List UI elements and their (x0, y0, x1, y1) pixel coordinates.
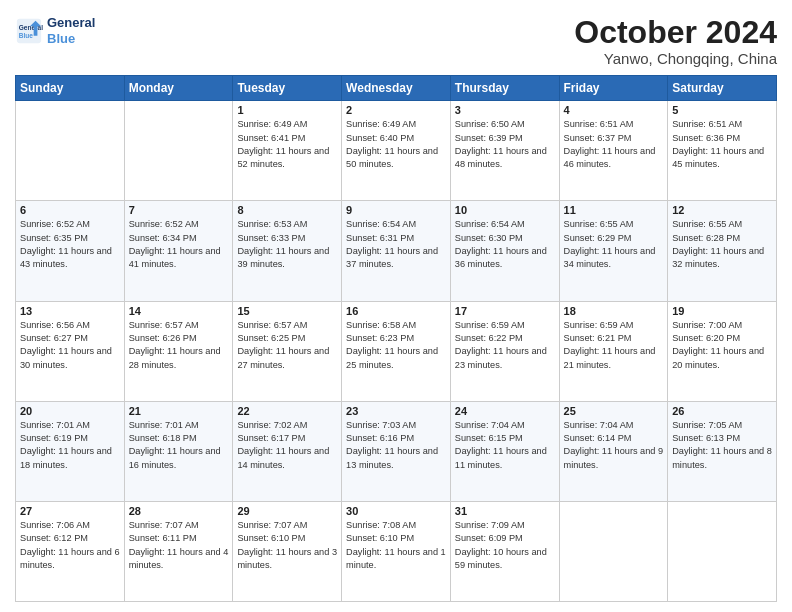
calendar-week-4: 20Sunrise: 7:01 AMSunset: 6:19 PMDayligh… (16, 401, 777, 501)
day-number: 16 (346, 305, 446, 317)
day-number: 5 (672, 104, 772, 116)
day-info: Sunrise: 6:50 AMSunset: 6:39 PMDaylight:… (455, 118, 555, 171)
calendar-cell (124, 101, 233, 201)
day-number: 23 (346, 405, 446, 417)
calendar-cell: 22Sunrise: 7:02 AMSunset: 6:17 PMDayligh… (233, 401, 342, 501)
calendar-cell: 24Sunrise: 7:04 AMSunset: 6:15 PMDayligh… (450, 401, 559, 501)
day-number: 4 (564, 104, 664, 116)
calendar-week-5: 27Sunrise: 7:06 AMSunset: 6:12 PMDayligh… (16, 501, 777, 601)
day-number: 14 (129, 305, 229, 317)
day-number: 9 (346, 204, 446, 216)
weekday-header-sunday: Sunday (16, 76, 125, 101)
day-number: 1 (237, 104, 337, 116)
calendar-week-1: 1Sunrise: 6:49 AMSunset: 6:41 PMDaylight… (16, 101, 777, 201)
calendar-table: SundayMondayTuesdayWednesdayThursdayFrid… (15, 75, 777, 602)
page: General Blue General Blue October 2024 Y… (0, 0, 792, 612)
day-info: Sunrise: 6:51 AMSunset: 6:36 PMDaylight:… (672, 118, 772, 171)
day-info: Sunrise: 6:49 AMSunset: 6:41 PMDaylight:… (237, 118, 337, 171)
calendar-cell: 9Sunrise: 6:54 AMSunset: 6:31 PMDaylight… (342, 201, 451, 301)
calendar-cell: 6Sunrise: 6:52 AMSunset: 6:35 PMDaylight… (16, 201, 125, 301)
calendar-cell: 8Sunrise: 6:53 AMSunset: 6:33 PMDaylight… (233, 201, 342, 301)
calendar-header-row: SundayMondayTuesdayWednesdayThursdayFrid… (16, 76, 777, 101)
day-number: 19 (672, 305, 772, 317)
day-number: 26 (672, 405, 772, 417)
calendar-cell: 3Sunrise: 6:50 AMSunset: 6:39 PMDaylight… (450, 101, 559, 201)
title-block: October 2024 Yanwo, Chongqing, China (574, 15, 777, 67)
calendar-cell (668, 501, 777, 601)
calendar-cell: 21Sunrise: 7:01 AMSunset: 6:18 PMDayligh… (124, 401, 233, 501)
logo-text: General Blue (47, 15, 95, 46)
calendar-cell: 19Sunrise: 7:00 AMSunset: 6:20 PMDayligh… (668, 301, 777, 401)
calendar-cell: 10Sunrise: 6:54 AMSunset: 6:30 PMDayligh… (450, 201, 559, 301)
day-number: 3 (455, 104, 555, 116)
day-info: Sunrise: 7:07 AMSunset: 6:11 PMDaylight:… (129, 519, 229, 572)
weekday-header-monday: Monday (124, 76, 233, 101)
day-info: Sunrise: 6:54 AMSunset: 6:30 PMDaylight:… (455, 218, 555, 271)
svg-text:Blue: Blue (19, 32, 33, 39)
day-number: 24 (455, 405, 555, 417)
calendar-cell: 15Sunrise: 6:57 AMSunset: 6:25 PMDayligh… (233, 301, 342, 401)
day-info: Sunrise: 7:09 AMSunset: 6:09 PMDaylight:… (455, 519, 555, 572)
logo: General Blue General Blue (15, 15, 95, 46)
calendar-cell: 11Sunrise: 6:55 AMSunset: 6:29 PMDayligh… (559, 201, 668, 301)
calendar-cell: 4Sunrise: 6:51 AMSunset: 6:37 PMDaylight… (559, 101, 668, 201)
day-info: Sunrise: 6:53 AMSunset: 6:33 PMDaylight:… (237, 218, 337, 271)
calendar-cell: 27Sunrise: 7:06 AMSunset: 6:12 PMDayligh… (16, 501, 125, 601)
day-number: 18 (564, 305, 664, 317)
day-info: Sunrise: 6:55 AMSunset: 6:28 PMDaylight:… (672, 218, 772, 271)
calendar-cell: 14Sunrise: 6:57 AMSunset: 6:26 PMDayligh… (124, 301, 233, 401)
day-info: Sunrise: 7:02 AMSunset: 6:17 PMDaylight:… (237, 419, 337, 472)
day-number: 30 (346, 505, 446, 517)
calendar-cell: 30Sunrise: 7:08 AMSunset: 6:10 PMDayligh… (342, 501, 451, 601)
day-number: 10 (455, 204, 555, 216)
day-number: 2 (346, 104, 446, 116)
day-info: Sunrise: 7:05 AMSunset: 6:13 PMDaylight:… (672, 419, 772, 472)
weekday-header-tuesday: Tuesday (233, 76, 342, 101)
day-info: Sunrise: 7:01 AMSunset: 6:18 PMDaylight:… (129, 419, 229, 472)
day-info: Sunrise: 6:49 AMSunset: 6:40 PMDaylight:… (346, 118, 446, 171)
logo-icon: General Blue (15, 17, 43, 45)
day-number: 22 (237, 405, 337, 417)
calendar-cell: 25Sunrise: 7:04 AMSunset: 6:14 PMDayligh… (559, 401, 668, 501)
day-info: Sunrise: 6:52 AMSunset: 6:34 PMDaylight:… (129, 218, 229, 271)
calendar-cell (559, 501, 668, 601)
day-number: 21 (129, 405, 229, 417)
day-number: 12 (672, 204, 772, 216)
day-info: Sunrise: 6:51 AMSunset: 6:37 PMDaylight:… (564, 118, 664, 171)
calendar-cell: 31Sunrise: 7:09 AMSunset: 6:09 PMDayligh… (450, 501, 559, 601)
calendar-cell: 18Sunrise: 6:59 AMSunset: 6:21 PMDayligh… (559, 301, 668, 401)
calendar-cell: 23Sunrise: 7:03 AMSunset: 6:16 PMDayligh… (342, 401, 451, 501)
calendar-cell: 1Sunrise: 6:49 AMSunset: 6:41 PMDaylight… (233, 101, 342, 201)
calendar-week-3: 13Sunrise: 6:56 AMSunset: 6:27 PMDayligh… (16, 301, 777, 401)
calendar-cell: 28Sunrise: 7:07 AMSunset: 6:11 PMDayligh… (124, 501, 233, 601)
calendar-week-2: 6Sunrise: 6:52 AMSunset: 6:35 PMDaylight… (16, 201, 777, 301)
day-info: Sunrise: 6:57 AMSunset: 6:25 PMDaylight:… (237, 319, 337, 372)
location: Yanwo, Chongqing, China (574, 50, 777, 67)
calendar-cell: 16Sunrise: 6:58 AMSunset: 6:23 PMDayligh… (342, 301, 451, 401)
day-info: Sunrise: 7:03 AMSunset: 6:16 PMDaylight:… (346, 419, 446, 472)
day-number: 27 (20, 505, 120, 517)
weekday-header-friday: Friday (559, 76, 668, 101)
day-number: 25 (564, 405, 664, 417)
weekday-header-wednesday: Wednesday (342, 76, 451, 101)
day-number: 31 (455, 505, 555, 517)
day-info: Sunrise: 6:55 AMSunset: 6:29 PMDaylight:… (564, 218, 664, 271)
day-info: Sunrise: 6:56 AMSunset: 6:27 PMDaylight:… (20, 319, 120, 372)
calendar-cell: 7Sunrise: 6:52 AMSunset: 6:34 PMDaylight… (124, 201, 233, 301)
day-number: 17 (455, 305, 555, 317)
day-info: Sunrise: 7:04 AMSunset: 6:15 PMDaylight:… (455, 419, 555, 472)
weekday-header-thursday: Thursday (450, 76, 559, 101)
calendar-cell: 5Sunrise: 6:51 AMSunset: 6:36 PMDaylight… (668, 101, 777, 201)
day-info: Sunrise: 6:54 AMSunset: 6:31 PMDaylight:… (346, 218, 446, 271)
calendar-cell: 20Sunrise: 7:01 AMSunset: 6:19 PMDayligh… (16, 401, 125, 501)
day-info: Sunrise: 6:59 AMSunset: 6:22 PMDaylight:… (455, 319, 555, 372)
day-number: 8 (237, 204, 337, 216)
day-info: Sunrise: 7:06 AMSunset: 6:12 PMDaylight:… (20, 519, 120, 572)
day-info: Sunrise: 6:52 AMSunset: 6:35 PMDaylight:… (20, 218, 120, 271)
month-title: October 2024 (574, 15, 777, 50)
weekday-header-saturday: Saturday (668, 76, 777, 101)
day-number: 6 (20, 204, 120, 216)
calendar-cell: 29Sunrise: 7:07 AMSunset: 6:10 PMDayligh… (233, 501, 342, 601)
day-info: Sunrise: 7:04 AMSunset: 6:14 PMDaylight:… (564, 419, 664, 472)
day-number: 15 (237, 305, 337, 317)
